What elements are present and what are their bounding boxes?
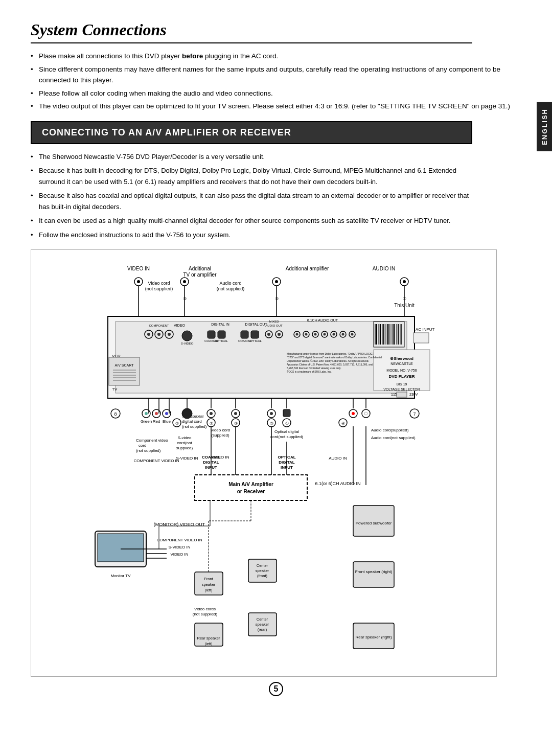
svg-rect-173 bbox=[195, 475, 307, 500]
svg-text:S-VIDEO: S-VIDEO bbox=[181, 342, 194, 345]
svg-text:6.1CH AUDIO OUT: 6.1CH AUDIO OUT bbox=[307, 318, 338, 322]
svg-text:(not supplied): (not supplied) bbox=[182, 424, 207, 429]
svg-text:Manufactured under license fro: Manufactured under license from Dolby La… bbox=[287, 352, 374, 355]
svg-text:digital cord: digital cord bbox=[182, 419, 202, 424]
svg-text:Blue: Blue bbox=[163, 419, 171, 424]
svg-text:cord(not: cord(not bbox=[177, 441, 192, 445]
intro-bullet-2: Since different components may have diff… bbox=[31, 64, 521, 86]
svg-text:MIXED: MIXED bbox=[269, 320, 279, 323]
svg-text:Audio cord(supplied): Audio cord(supplied) bbox=[371, 428, 409, 432]
svg-point-71 bbox=[333, 333, 335, 336]
svg-rect-94 bbox=[413, 333, 429, 343]
svg-text:BIS 19: BIS 19 bbox=[396, 382, 407, 386]
svg-text:⑤: ⑤ bbox=[270, 421, 273, 426]
svg-point-42 bbox=[182, 331, 192, 341]
page-container: ENGLISH System Connections Plase make al… bbox=[0, 0, 552, 756]
svg-point-118 bbox=[155, 412, 158, 415]
svg-text:(not supplied): (not supplied) bbox=[145, 286, 173, 291]
svg-text:Main A/V Amplifier: Main A/V Amplifier bbox=[228, 482, 273, 487]
svg-text:8: 8 bbox=[114, 411, 117, 417]
svg-point-36 bbox=[147, 333, 150, 336]
svg-text:Unpublished Works. ©1992-1997 : Unpublished Works. ©1992-1997 Dolby Labo… bbox=[287, 359, 369, 362]
svg-point-5 bbox=[137, 280, 140, 283]
intro-bullet-4: The video output of this player can be o… bbox=[31, 101, 521, 112]
svg-text:DIGITAL OUT: DIGITAL OUT bbox=[245, 323, 267, 326]
svg-text:AC INPUT: AC INPUT bbox=[416, 327, 434, 332]
svg-rect-104 bbox=[397, 392, 407, 397]
svg-rect-26 bbox=[109, 357, 140, 385]
svg-point-75 bbox=[351, 333, 354, 336]
svg-text:Green: Green bbox=[141, 419, 152, 424]
svg-text:Apparatus Claims of U.S. Paten: Apparatus Claims of U.S. Patent Nos. 4,6… bbox=[287, 363, 373, 366]
section-bullet-4: It can even be used as a high quality mu… bbox=[31, 215, 472, 226]
svg-text:④: ④ bbox=[341, 421, 345, 426]
svg-point-61 bbox=[278, 333, 281, 336]
svg-text:or Receiver: or Receiver bbox=[237, 489, 265, 494]
svg-rect-49 bbox=[241, 331, 248, 338]
svg-text:S-VIDEO IN: S-VIDEO IN bbox=[168, 545, 190, 549]
svg-text:(supplied): (supplied) bbox=[211, 433, 229, 438]
svg-text:AUDIO OUT: AUDIO OUT bbox=[265, 324, 283, 327]
svg-text:©DCS is a trademark of SRS Lab: ©DCS is a trademark of SRS Labs, Inc. bbox=[287, 370, 332, 373]
svg-text:⊗Sherwood: ⊗Sherwood bbox=[390, 356, 413, 361]
svg-text:Center: Center bbox=[257, 563, 268, 568]
section-bullet-2: Because it has built-in decoding for DTS… bbox=[31, 165, 472, 187]
svg-text:TV or amplifier: TV or amplifier bbox=[183, 272, 217, 278]
svg-rect-179 bbox=[98, 534, 144, 562]
intro-bullet-3: Please follow all color coding when maki… bbox=[31, 88, 521, 99]
svg-text:DIGITAL IN: DIGITAL IN bbox=[211, 323, 229, 326]
svg-text:S-VIDEO IN: S-VIDEO IN bbox=[176, 456, 198, 461]
svg-text:supplied): supplied) bbox=[176, 446, 193, 450]
svg-text:VIDEO IN: VIDEO IN bbox=[211, 455, 229, 460]
svg-text:(not supplied): (not supplied) bbox=[193, 612, 218, 616]
intro-bullet-list: Plase make all connections to this DVD p… bbox=[31, 51, 521, 112]
svg-text:5,267,340 licensed for limited: 5,267,340 licensed for limited viewing u… bbox=[287, 366, 341, 370]
svg-point-40 bbox=[168, 333, 171, 336]
svg-text:(not supplied): (not supplied) bbox=[136, 448, 161, 453]
svg-rect-50 bbox=[251, 331, 259, 338]
svg-point-116 bbox=[145, 412, 148, 415]
svg-rect-193 bbox=[353, 562, 394, 587]
svg-text:TV: TV bbox=[112, 387, 118, 392]
svg-text:Optical digital: Optical digital bbox=[274, 429, 299, 434]
svg-point-153 bbox=[364, 412, 367, 415]
svg-text:S-video: S-video bbox=[177, 436, 192, 440]
section-bullet-list: The Sherwood Newcastle V-756 DVD Player/… bbox=[31, 151, 472, 240]
svg-text:6.1(or 6)CH AUDIO IN: 6.1(or 6)CH AUDIO IN bbox=[315, 481, 360, 486]
svg-text:Monitor TV: Monitor TV bbox=[111, 574, 131, 578]
svg-text:DVD PLAYER: DVD PLAYER bbox=[389, 374, 415, 379]
svg-text:VOLTAGE SELECTOR: VOLTAGE SELECTOR bbox=[383, 387, 420, 391]
svg-point-65 bbox=[305, 333, 308, 336]
svg-text:A/V SCART: A/V SCART bbox=[115, 363, 134, 367]
svg-text:7: 7 bbox=[413, 411, 416, 417]
svg-point-69 bbox=[324, 333, 326, 336]
svg-text:(left): (left) bbox=[205, 642, 213, 646]
svg-text:speaker: speaker bbox=[202, 582, 216, 587]
section-bullet-1: The Sherwood Newcastle V-756 DVD Player/… bbox=[31, 151, 472, 162]
svg-text:Red: Red bbox=[153, 419, 160, 424]
svg-point-59 bbox=[267, 333, 270, 336]
section-bullet-5: Follow the enclosed instructions to add … bbox=[31, 230, 472, 240]
intro-bullet-1: Plase make all connections to this DVD p… bbox=[31, 51, 521, 62]
page-number: 5 bbox=[269, 682, 283, 696]
svg-text:(rear): (rear) bbox=[258, 627, 267, 632]
svg-text:AUDIO IN: AUDIO IN bbox=[329, 456, 347, 461]
svg-text:COMPONENT: COMPONENT bbox=[149, 324, 169, 327]
svg-text:NEWCASTLE: NEWCASTLE bbox=[390, 362, 413, 365]
svg-point-38 bbox=[157, 333, 160, 336]
svg-text:(not supplied): (not supplied) bbox=[217, 286, 245, 291]
svg-rect-154 bbox=[283, 409, 290, 417]
svg-point-11 bbox=[183, 280, 186, 283]
svg-text:OPTICAL: OPTICAL bbox=[215, 339, 228, 342]
additional-tv-label: Additional bbox=[189, 266, 211, 271]
svg-rect-47 bbox=[208, 331, 215, 338]
svg-text:VIDEO: VIDEO bbox=[174, 324, 185, 327]
svg-text:(left): (left) bbox=[205, 588, 213, 592]
svg-point-151 bbox=[352, 412, 355, 415]
svg-text:Video cords: Video cords bbox=[194, 607, 216, 611]
svg-text:speaker: speaker bbox=[256, 568, 269, 573]
svg-text:230V: 230V bbox=[409, 393, 418, 396]
svg-text:Front speaker (right): Front speaker (right) bbox=[355, 569, 393, 574]
svg-point-141 bbox=[182, 408, 192, 419]
svg-text:COMPONENT VIDEO IN: COMPONENT VIDEO IN bbox=[156, 538, 202, 542]
